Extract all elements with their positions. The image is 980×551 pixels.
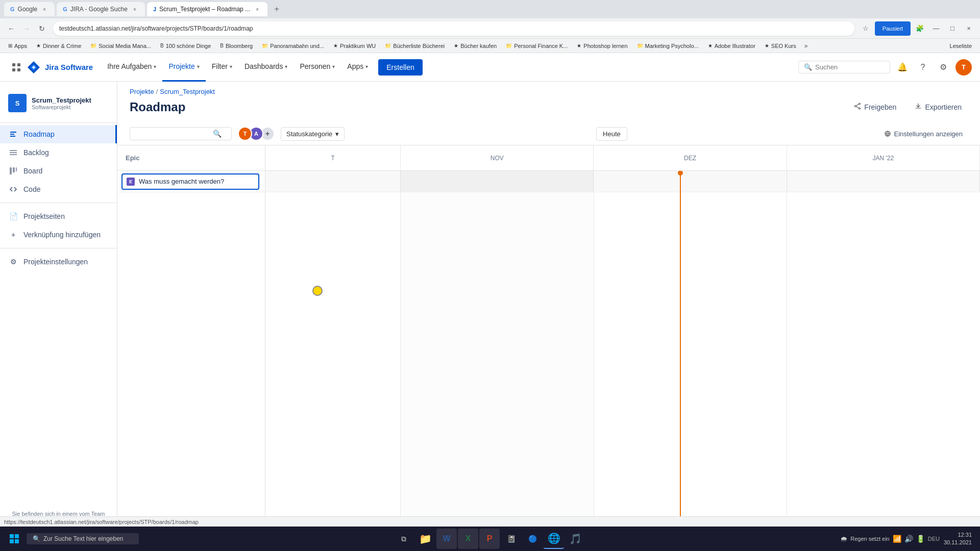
bookmark-100[interactable]: B 100 schöne Dinge — [156, 42, 215, 50]
jira-logo[interactable]: Jira Software — [27, 60, 93, 74]
taskbar-app-files[interactable]: 📁 — [415, 529, 435, 549]
taskbar-app-excel[interactable]: X — [458, 529, 478, 549]
tab-1-close[interactable]: × — [40, 5, 48, 13]
maximize-button[interactable]: □ — [945, 21, 960, 36]
nav-item-dashboards[interactable]: Dashboards ▾ — [238, 53, 294, 82]
bookmark-dinner[interactable]: ★ Dinner & Crime — [32, 42, 85, 50]
bookmark-panorama[interactable]: 📁 Panoramabahn und... — [258, 42, 328, 50]
svg-rect-0 — [12, 63, 15, 66]
export-label: Exportieren — [925, 103, 962, 111]
taskbar-app-taskview[interactable]: ⧉ — [394, 529, 414, 549]
bookmark-praktikum[interactable]: ★ Praktikum WU — [329, 42, 380, 50]
search-box[interactable]: 🔍 — [798, 61, 890, 73]
nav-item-apps[interactable]: Apps ▾ — [341, 53, 374, 82]
sidebar-item-projekteinstellungen[interactable]: ⚙ Projekteinstellungen — [0, 253, 117, 271]
nav-item-aufgaben[interactable]: Ihre Aufgaben ▾ — [101, 53, 162, 82]
breadcrumb-project[interactable]: Scrum_Testprojekt — [160, 88, 215, 95]
create-button[interactable]: Erstellen — [378, 59, 422, 76]
bookmark-photoshop[interactable]: ★ Photoshop lernen — [573, 42, 631, 50]
bookmarks-bar: ⊞ Apps ★ Dinner & Crime 📁 Social Media M… — [0, 39, 980, 53]
share-button[interactable]: Freigeben — [848, 99, 902, 114]
tab-3[interactable]: J Scrum_Testprojekt – Roadmap ... × — [147, 2, 267, 16]
bookmark-100-icon: B — [160, 43, 164, 48]
bookmark-adobe[interactable]: ★ Adobe Illustrator — [704, 42, 760, 50]
export-button[interactable]: Exportieren — [909, 99, 968, 114]
settings-view-button[interactable]: Einstellungen anzeigen — [879, 128, 968, 140]
bookmark-personal-finance[interactable]: 📁 Personal Finance K... — [502, 42, 572, 50]
tab-2-close[interactable]: × — [131, 5, 139, 13]
sidebar-item-verknupfung[interactable]: + Verknüpfung hinzufügen — [0, 226, 117, 244]
nav-item-personen[interactable]: Personen ▾ — [293, 53, 341, 82]
status-url: https://testdeutsch1.atlassian.net/jira/… — [4, 519, 199, 525]
tab-2[interactable]: G JIRA - Google Suche × — [57, 2, 145, 16]
bookmark-apps[interactable]: ⊞ Apps — [4, 42, 31, 50]
project-info: S Scrum_Testprojekt Softwareprojekt — [0, 90, 117, 120]
bookmark-bucherliste[interactable]: 📁 Bücherliste Bücherei — [381, 42, 449, 50]
breadcrumb-root[interactable]: Projekte — [130, 88, 154, 95]
epic-icon-1: E — [127, 178, 135, 186]
nav-filter-chevron: ▾ — [230, 64, 232, 69]
bookmark-dinner-label: Dinner & Crime — [43, 43, 81, 49]
avatar-t[interactable]: T — [238, 127, 252, 141]
epic-item-1[interactable]: E Was muss gemacht werden? — [121, 173, 259, 190]
jira-logo-text: Jira Software — [45, 63, 93, 71]
bookmark-seo[interactable]: ★ SEO Kurs — [761, 42, 800, 50]
breadcrumb: Projekte / Scrum_Testprojekt — [117, 82, 980, 95]
taskbar-app-notepad[interactable]: 📓 — [501, 529, 521, 549]
timeline-empty-area — [265, 192, 980, 551]
tab-1[interactable]: G Google × — [4, 2, 55, 16]
nav-item-filter[interactable]: Filter ▾ — [206, 53, 238, 82]
roadmap-search-input[interactable] — [134, 130, 211, 138]
notifications-button[interactable]: 🔔 — [894, 59, 911, 76]
back-button[interactable]: ← — [4, 21, 18, 36]
minimize-button[interactable]: — — [929, 21, 943, 36]
search-input[interactable] — [815, 63, 876, 71]
taskbar-app-jira[interactable]: 🔵 — [522, 529, 543, 549]
taskbar-app-chrome[interactable]: 🌐 — [544, 529, 564, 549]
bookmarks-more[interactable]: » — [801, 41, 811, 51]
start-button[interactable] — [4, 529, 24, 549]
bookmark-bucher-kaufen[interactable]: ★ Bücher kaufen — [450, 42, 501, 50]
profile-button[interactable]: Pausiert — [875, 21, 911, 36]
browser-chrome: G Google × G JIRA - Google Suche × J Scr… — [0, 0, 980, 18]
bookmark-pf-label: Personal Finance K... — [514, 43, 568, 49]
nav-item-projekte[interactable]: Projekte ▾ — [162, 53, 205, 82]
extensions-button[interactable]: 🧩 — [913, 21, 927, 36]
taskbar-app-spotify[interactable]: 🎵 — [565, 529, 585, 549]
roadmap-search[interactable]: 🔍 — [130, 127, 232, 140]
taskbar-apps: ⧉ 📁 W X P 📓 🔵 🌐 🎵 — [141, 529, 838, 549]
bookmark-bloomberg[interactable]: B Bloomberg — [216, 42, 257, 50]
taskbar-app-powerpoint[interactable]: P — [479, 529, 500, 549]
backlog-icon — [8, 147, 18, 158]
bookmark-social[interactable]: 📁 Social Media Mana... — [86, 42, 155, 50]
tray-icons: 🌧 Regen setzt ein 📶 🔊 🔋 DEU — [840, 535, 940, 543]
user-avatar[interactable]: T — [955, 59, 972, 76]
forward-button[interactable]: → — [19, 21, 34, 36]
sidebar-item-code[interactable]: Code — [0, 180, 117, 198]
code-icon — [8, 184, 18, 194]
reload-button[interactable]: ↻ — [35, 21, 49, 36]
svg-point-7 — [859, 103, 861, 105]
bookmark-star[interactable]: ☆ — [859, 21, 873, 36]
sidebar-item-board[interactable]: Board — [0, 162, 117, 180]
taskbar-app-word[interactable]: W — [436, 529, 457, 549]
svg-rect-5 — [13, 167, 15, 172]
sidebar-item-projektseiten[interactable]: 📄 Projektseiten — [0, 207, 117, 226]
sidebar-item-roadmap[interactable]: Roadmap — [0, 125, 117, 143]
share-icon — [854, 103, 861, 111]
help-button[interactable]: ? — [915, 59, 931, 76]
new-tab-button[interactable]: + — [270, 2, 284, 16]
status-category-button[interactable]: Statuskategorie ▾ — [281, 127, 345, 141]
svg-point-8 — [855, 106, 856, 107]
apps-grid-button[interactable] — [8, 59, 24, 76]
address-input[interactable] — [53, 21, 854, 36]
reading-list[interactable]: Leseliste — [946, 42, 976, 50]
close-window-button[interactable]: × — [962, 21, 976, 36]
settings-button[interactable]: ⚙ — [935, 59, 951, 76]
bookmark-marketing[interactable]: 📁 Marketing Psycholo... — [633, 42, 703, 50]
taskbar-search-bar[interactable]: 🔍 Zur Suche Text hier eingeben — [27, 533, 139, 544]
tab-3-close[interactable]: × — [253, 5, 261, 13]
today-button[interactable]: Heute — [596, 127, 627, 141]
bookmark-dinner-icon: ★ — [36, 43, 41, 48]
sidebar-item-backlog[interactable]: Backlog — [0, 143, 117, 162]
